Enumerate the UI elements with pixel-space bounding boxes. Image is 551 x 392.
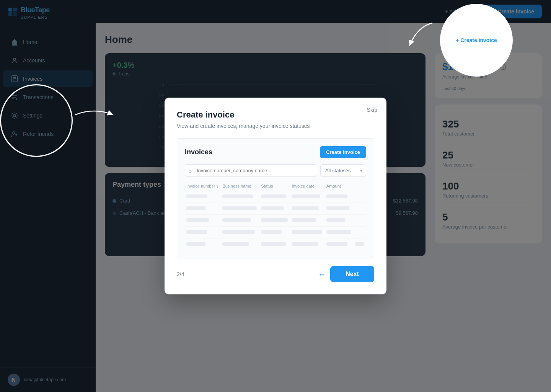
col-invoice-date: Invoice date — [290, 181, 325, 191]
back-button[interactable]: ← — [318, 270, 326, 279]
invoice-panel-title: Invoices — [185, 148, 212, 156]
col-invoice-number: Invoice number ↓ — [185, 181, 221, 191]
modal-title: Create invoice — [177, 110, 374, 120]
status-select-wrap: All statuses ▾ — [320, 164, 366, 177]
create-invoice-modal: Create invoice View and create invoices,… — [165, 98, 386, 294]
search-bar: ⌕ All statuses ▾ — [185, 164, 366, 177]
table-row — [185, 227, 366, 238]
table-row — [185, 191, 366, 203]
invoice-table: Invoice number ↓ Business name Status In… — [185, 181, 366, 250]
search-input[interactable] — [185, 164, 317, 177]
search-input-wrap: ⌕ — [185, 164, 317, 177]
invoice-panel: Invoices Create Invoice ⌕ All statuses ▾ — [177, 138, 374, 258]
create-invoice-inner-button[interactable]: Create Invoice — [320, 146, 366, 158]
step-label: 2/4 — [177, 271, 184, 277]
modal-overlay[interactable]: Create invoice View and create invoices,… — [0, 0, 551, 392]
table-row — [185, 215, 366, 227]
modal-footer: 2/4 ← Next — [177, 266, 374, 282]
next-button[interactable]: Next — [330, 266, 374, 282]
col-business-name: Business name — [221, 181, 259, 191]
col-amount: Amount — [325, 181, 354, 191]
table-row — [185, 238, 366, 250]
modal-desc: View and create invoices, manage your in… — [177, 123, 374, 129]
footer-buttons: ← Next — [318, 266, 374, 282]
col-status: Status — [259, 181, 290, 191]
status-select[interactable]: All statuses — [320, 164, 366, 177]
skip-button[interactable]: Skip — [367, 107, 377, 113]
table-row — [185, 203, 366, 215]
search-icon: ⌕ — [189, 168, 192, 174]
back-arrow-icon: ← — [318, 270, 326, 279]
